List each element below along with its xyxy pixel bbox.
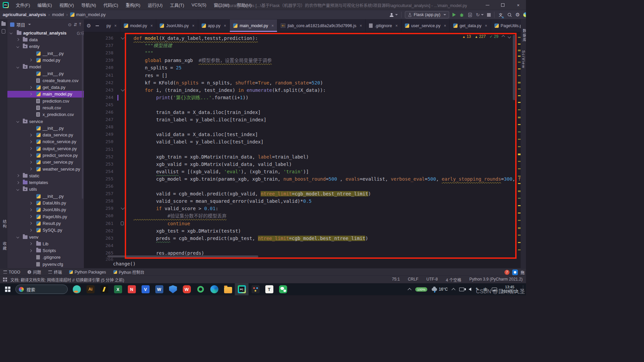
settings-gear-icon[interactable]: ⚙ xyxy=(516,11,520,18)
close-tab-icon[interactable]: × xyxy=(360,23,362,28)
tree-item-entity[interactable]: entity xyxy=(7,43,84,50)
run-button[interactable] xyxy=(452,11,456,18)
inspection-mark[interactable] xyxy=(518,139,521,140)
tool-window-Python 控制台[interactable]: Python 控制台 xyxy=(113,269,145,275)
tree-item-create_feature.csv[interactable]: create_feature.csv xyxy=(7,77,84,84)
inspection-mark[interactable] xyxy=(518,44,521,45)
chevron-collapsed-icon[interactable] xyxy=(16,181,19,184)
taskbar-app-red-n-app[interactable]: N xyxy=(125,283,139,295)
chevron-expanded-icon[interactable] xyxy=(16,188,19,191)
debug-button[interactable] xyxy=(459,11,464,18)
tree-item-Lib[interactable]: Lib xyxy=(7,240,84,247)
chevron-expanded-icon[interactable] xyxy=(16,120,19,123)
tab-JsonUtils.py[interactable]: JsonUtils.py× xyxy=(156,19,198,32)
project-panel-title[interactable]: 项目 xyxy=(16,21,25,28)
python-interpreter[interactable]: Python 3.9 (PyCharm 2021.2) xyxy=(469,277,523,283)
close-tab-icon[interactable]: × xyxy=(485,23,487,28)
taskbar-app-dots-app[interactable] xyxy=(249,283,262,295)
inspection-mark[interactable] xyxy=(518,102,521,103)
tree-item-venv[interactable]: venv xyxy=(7,234,84,240)
tree-item-JsonUtils.py[interactable]: JsonUtils.py xyxy=(7,206,84,213)
chevron-collapsed-icon[interactable] xyxy=(29,93,32,96)
tree-item-data[interactable]: data xyxy=(7,36,84,43)
inspection-mark[interactable] xyxy=(518,50,521,51)
inspection-mark[interactable] xyxy=(518,37,521,38)
chevron-expanded-icon[interactable] xyxy=(16,65,19,68)
taskbar-app-pycharm[interactable] xyxy=(235,283,249,295)
bookmarks-tool-icon[interactable] xyxy=(2,29,5,34)
indent-setting[interactable]: 4 个空格 xyxy=(446,277,461,283)
tab-.gitignore[interactable]: .gitignore× xyxy=(366,19,401,32)
menu-文件[interactable]: 文件(F) xyxy=(12,0,34,10)
line-separator[interactable]: CRLF xyxy=(408,277,418,283)
tool-windows-icon[interactable] xyxy=(3,278,7,282)
fold-marker-icon[interactable] xyxy=(121,87,124,91)
fold-marker-icon[interactable] xyxy=(121,206,124,210)
taskbar-app-platypus-mascot[interactable] xyxy=(70,283,84,295)
tool-window-问题[interactable]: !问题 xyxy=(28,269,41,275)
tree-item-model[interactable]: model xyxy=(7,63,84,70)
chevron-down-icon[interactable] xyxy=(28,24,31,25)
favorites-tool-button[interactable]: 收藏 xyxy=(2,242,7,251)
vertical-scrollbar[interactable] xyxy=(513,35,516,100)
chevron-expanded-icon[interactable] xyxy=(10,32,12,34)
tree-item-utils[interactable]: utils xyxy=(7,186,84,193)
tree-item-model.py[interactable]: model.py xyxy=(7,57,84,63)
taskbar-app-blue-v-app[interactable]: V xyxy=(139,283,152,295)
tree-item-DataUtils.py[interactable]: DataUtils.py xyxy=(7,199,84,206)
tree-item-user_service.py[interactable]: user_service.py xyxy=(7,159,84,166)
taskbar-app-green-ring-app[interactable] xyxy=(194,283,207,295)
menu-导航[interactable]: 导航(N) xyxy=(77,0,100,10)
taskbar-app-excel[interactable]: X xyxy=(111,283,125,295)
inspection-mark[interactable] xyxy=(518,168,521,169)
prev-problem-icon[interactable] xyxy=(502,35,505,38)
inspection-mark[interactable] xyxy=(518,220,521,221)
menu-视图[interactable]: 视图(V) xyxy=(56,0,77,10)
project-tool-icon[interactable] xyxy=(1,22,6,26)
taskbar-app-lightning-app[interactable] xyxy=(97,283,111,295)
run-configuration-select[interactable]: Flask (app.py) xyxy=(405,11,449,18)
inspection-mark[interactable] xyxy=(518,124,521,125)
chevron-collapsed-icon[interactable] xyxy=(29,59,32,61)
display-icon[interactable] xyxy=(459,288,464,291)
file-encoding[interactable]: UTF-8 xyxy=(426,277,438,283)
inspection-mark[interactable] xyxy=(518,249,521,250)
tree-item-SySQL.py[interactable]: SySQL.py xyxy=(7,227,84,234)
tool-window-Python Packages[interactable]: Python Packages xyxy=(69,269,106,275)
chevron-collapsed-icon[interactable] xyxy=(29,249,32,252)
inspection-mark[interactable] xyxy=(518,235,521,236)
locate-file-icon[interactable]: ⊙ xyxy=(68,22,71,27)
taskbar-app-typora[interactable]: T xyxy=(262,283,276,295)
menu-编辑[interactable]: 编辑(E) xyxy=(34,0,56,10)
collapse-all-icon[interactable]: ⤒ xyxy=(79,22,81,27)
tree-item-weather_service.py[interactable]: weather_service.py xyxy=(7,166,84,172)
coverage-button[interactable] xyxy=(468,11,473,18)
inspection-mark[interactable] xyxy=(518,62,521,63)
close-tab-icon[interactable]: × xyxy=(192,23,195,28)
maximize-button[interactable] xyxy=(495,0,511,10)
expand-all-icon[interactable]: ⇵ xyxy=(73,22,77,27)
event-log-icon[interactable] xyxy=(512,269,518,275)
chevron-collapsed-icon[interactable] xyxy=(29,242,32,245)
taskbar-app-wechat[interactable] xyxy=(276,283,290,295)
tree-item-Result.py[interactable]: Result.py xyxy=(7,220,84,227)
search-everywhere-icon[interactable] xyxy=(507,11,512,18)
battery-indicator[interactable]: 100% xyxy=(415,287,427,292)
close-tab-icon[interactable]: × xyxy=(444,23,446,28)
code-editor[interactable]: 236def model(X_data,y_label,testst,predi… xyxy=(84,32,521,268)
chevron-collapsed-icon[interactable] xyxy=(29,222,32,225)
taskbar-app-edge[interactable] xyxy=(207,283,221,295)
horizontal-scrollbar[interactable] xyxy=(107,255,258,257)
profiler-button[interactable]: ↻ xyxy=(476,11,484,18)
tree-item-templates[interactable]: templates xyxy=(7,179,84,186)
chevron-collapsed-icon[interactable] xyxy=(29,208,32,211)
taskbar-app-wps[interactable]: W xyxy=(180,283,194,295)
close-tab-icon[interactable]: × xyxy=(271,23,274,28)
tool-window-TODO[interactable]: TODO xyxy=(3,269,20,275)
inspection-mark[interactable] xyxy=(518,146,521,147)
tree-item-result.csv[interactable]: result.csv xyxy=(7,104,84,111)
weather-widget[interactable]: 16°C xyxy=(432,287,448,292)
tool-window-终端[interactable]: 终端 xyxy=(48,269,62,275)
partial-plugin-icon[interactable] xyxy=(523,11,525,18)
tree-item-static[interactable]: static xyxy=(7,172,84,179)
